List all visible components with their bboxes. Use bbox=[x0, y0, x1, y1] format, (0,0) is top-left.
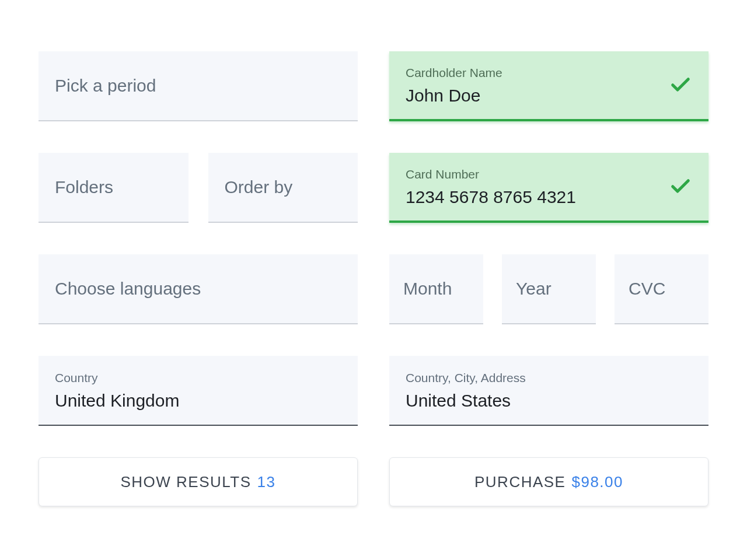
orderby-select[interactable]: Order by bbox=[208, 153, 358, 223]
check-icon bbox=[669, 174, 692, 200]
folders-placeholder: Folders bbox=[55, 178, 172, 196]
cvc-field[interactable]: CVC bbox=[615, 254, 708, 324]
cardnumber-label: Card Number bbox=[406, 167, 692, 181]
cvc-placeholder: CVC bbox=[629, 280, 694, 298]
year-select[interactable]: Year bbox=[502, 254, 596, 324]
orderby-placeholder: Order by bbox=[225, 178, 342, 196]
address-select[interactable]: Country, City, Address United States bbox=[389, 356, 708, 426]
address-label: Country, City, Address bbox=[406, 371, 692, 385]
check-icon bbox=[669, 72, 692, 98]
cardholder-label: Cardholder Name bbox=[406, 66, 692, 80]
country-label: Country bbox=[55, 371, 341, 385]
period-placeholder: Pick a period bbox=[55, 77, 341, 94]
show-results-button[interactable]: SHOW RESULTS 13 bbox=[39, 457, 358, 506]
purchase-text: PURCHASE bbox=[474, 473, 566, 491]
card-number-field[interactable]: Card Number 1234 5678 8765 4321 bbox=[389, 153, 708, 223]
purchase-amount: $98.00 bbox=[571, 473, 623, 491]
address-value: United States bbox=[406, 391, 692, 410]
cardholder-name-field[interactable]: Cardholder Name John Doe bbox=[389, 51, 708, 121]
country-value: United Kingdom bbox=[55, 391, 341, 410]
folders-select[interactable]: Folders bbox=[39, 153, 189, 223]
country-select[interactable]: Country United Kingdom bbox=[39, 356, 358, 426]
show-results-count: 13 bbox=[257, 473, 276, 491]
languages-placeholder: Choose languages bbox=[55, 280, 341, 298]
cardnumber-value: 1234 5678 8765 4321 bbox=[406, 187, 692, 206]
purchase-button[interactable]: PURCHASE $98.00 bbox=[389, 457, 708, 506]
languages-select[interactable]: Choose languages bbox=[39, 254, 358, 324]
period-select[interactable]: Pick a period bbox=[39, 51, 358, 121]
show-results-text: SHOW RESULTS bbox=[120, 473, 251, 491]
month-placeholder: Month bbox=[403, 280, 469, 298]
month-select[interactable]: Month bbox=[389, 254, 483, 324]
year-placeholder: Year bbox=[516, 280, 582, 298]
cardholder-value: John Doe bbox=[406, 86, 692, 105]
